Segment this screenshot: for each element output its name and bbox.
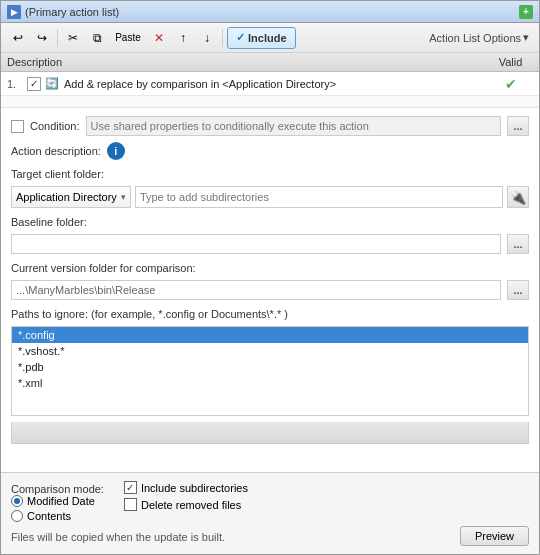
detail-panel: Condition: ... Action description: i Tar… (1, 108, 539, 472)
include-checkmark: ✓ (236, 31, 245, 44)
baseline-browse-button[interactable]: ... (507, 234, 529, 254)
redo-button[interactable]: ↪ (31, 27, 53, 49)
row-description: Add & replace by comparison in <Applicat… (64, 78, 488, 90)
col-description-header: Description (7, 56, 488, 68)
path-item[interactable]: *.vshost.* (12, 343, 528, 359)
row-number: 1. (7, 78, 27, 90)
action-description-row: Action description: i (11, 142, 529, 160)
delete-removed-row[interactable]: Delete removed files (124, 498, 248, 511)
include-button[interactable]: ✓ Include (227, 27, 296, 49)
action-type-icon: 🔄 (44, 76, 60, 92)
move-up-button[interactable]: ↑ (172, 27, 194, 49)
delete-button[interactable]: ✕ (148, 27, 170, 49)
include-subdirs-row[interactable]: ✓ Include subdirectories (124, 481, 248, 494)
toolbar: ↩ ↪ ✂ ⧉ Paste ✕ ↑ ↓ ✓ Include Action Lis… (1, 23, 539, 53)
baseline-folder-row: ... (11, 234, 529, 254)
action-list-options-button[interactable]: Action List Options ▾ (425, 29, 533, 46)
include-subdirs-checkbox[interactable]: ✓ (124, 481, 137, 494)
target-folder-dropdown[interactable]: Application Directory ▾ (11, 186, 131, 208)
table-spacer (1, 96, 539, 108)
copy-button[interactable]: ⧉ (86, 27, 108, 49)
undo-button[interactable]: ↩ (7, 27, 29, 49)
paths-list-toolbar (11, 422, 529, 444)
toolbar-separator-2 (222, 29, 223, 47)
bottom-actions-row: Files will be copied when the update is … (11, 526, 529, 546)
target-folder-section-label: Target client folder: (11, 168, 529, 180)
target-folder-icon-button[interactable]: 🔌 (507, 186, 529, 208)
modified-date-label: Modified Date (27, 495, 95, 507)
target-folder-value: Application Directory (16, 191, 117, 203)
path-item[interactable]: *.pdb (12, 359, 528, 375)
row-valid-icon: ✔ (488, 76, 533, 92)
title-bar: ▶ (Primary action list) + (1, 1, 539, 23)
cut-button[interactable]: ✂ (62, 27, 84, 49)
action-description-label: Action description: (11, 145, 101, 157)
window-expand-icon[interactable]: + (519, 5, 533, 19)
table-header: Description Valid (1, 53, 539, 72)
subdirectory-input[interactable] (135, 186, 503, 208)
right-options-section: ✓ Include subdirectories Delete removed … (124, 481, 248, 522)
target-folder-row: Application Directory ▾ 🔌 (11, 186, 529, 208)
comparison-mode-section: Comparison mode: Modified Date Contents (11, 481, 104, 522)
delete-removed-label: Delete removed files (141, 499, 241, 511)
include-label: Include (248, 32, 287, 44)
paths-ignore-list: *.config *.vshost.* *.pdb *.xml (11, 326, 529, 416)
comparison-mode-label: Comparison mode: (11, 483, 104, 495)
path-item[interactable]: *.xml (12, 375, 528, 391)
col-valid-header: Valid (488, 56, 533, 68)
files-note: Files will be copied when the update is … (11, 531, 225, 543)
contents-radio[interactable] (11, 510, 23, 522)
condition-browse-button[interactable]: ... (507, 116, 529, 136)
condition-checkbox[interactable] (11, 120, 24, 133)
contents-radio-row[interactable]: Contents (11, 510, 104, 522)
current-version-row: ... (11, 280, 529, 300)
comparison-mode-radio-group: Modified Date Contents (11, 495, 104, 522)
action-description-info-icon[interactable]: i (107, 142, 125, 160)
main-window: ▶ (Primary action list) + ↩ ↪ ✂ ⧉ Paste … (0, 0, 540, 555)
delete-removed-checkbox[interactable] (124, 498, 137, 511)
paths-ignore-label: Paths to ignore: (for example, *.config … (11, 308, 529, 320)
contents-label: Contents (27, 510, 71, 522)
title-bar-left: ▶ (Primary action list) (7, 5, 119, 19)
current-version-browse-button[interactable]: ... (507, 280, 529, 300)
baseline-folder-input[interactable] (11, 234, 501, 254)
modified-date-radio-row[interactable]: Modified Date (11, 495, 104, 507)
preview-button[interactable]: Preview (460, 526, 529, 546)
bottom-options-row: Comparison mode: Modified Date Contents … (11, 481, 529, 522)
toolbar-separator-1 (57, 29, 58, 47)
condition-label: Condition: (30, 120, 80, 132)
move-down-button[interactable]: ↓ (196, 27, 218, 49)
window-title: (Primary action list) (25, 6, 119, 18)
current-version-input[interactable] (11, 280, 501, 300)
condition-row: Condition: ... (11, 116, 529, 136)
modified-date-radio[interactable] (11, 495, 23, 507)
row-checkbox[interactable]: ✓ (27, 77, 41, 91)
baseline-folder-label: Baseline folder: (11, 216, 529, 228)
path-item[interactable]: *.config (12, 327, 528, 343)
table-row[interactable]: 1. ✓ 🔄 Add & replace by comparison in <A… (1, 72, 539, 96)
bottom-panel: Comparison mode: Modified Date Contents … (1, 472, 539, 554)
paste-button[interactable]: Paste (110, 27, 146, 49)
dropdown-arrow-icon: ▾ (121, 192, 126, 202)
include-subdirs-label: Include subdirectories (141, 482, 248, 494)
current-version-label: Current version folder for comparison: (11, 262, 529, 274)
window-icon: ▶ (7, 5, 21, 19)
condition-input[interactable] (86, 116, 501, 136)
